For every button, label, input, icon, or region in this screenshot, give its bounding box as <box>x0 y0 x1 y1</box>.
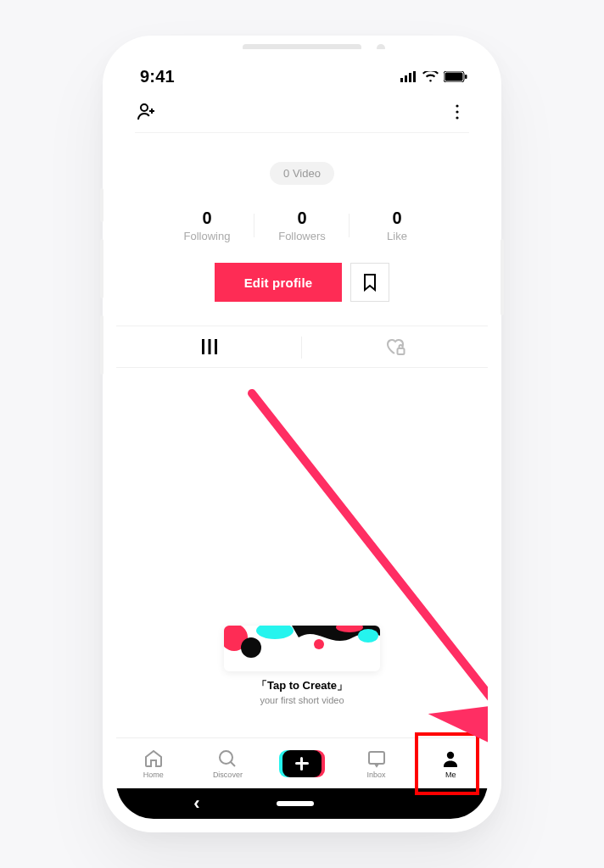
stat-value: 0 <box>350 209 445 228</box>
svg-point-9 <box>456 110 458 113</box>
svg-rect-6 <box>465 75 467 79</box>
status-icons <box>400 71 467 82</box>
nav-label: Home <box>143 771 164 779</box>
phone-side-button <box>501 239 504 315</box>
svg-point-18 <box>314 639 324 649</box>
add-friend-button[interactable] <box>135 100 159 124</box>
profile-tabs <box>116 326 488 368</box>
more-menu-button[interactable] <box>445 100 469 124</box>
stat-value: 0 <box>254 209 350 228</box>
profile-section: 0 Video 0 Following 0 Followers 0 Like <box>116 133 488 302</box>
status-bar: 9:41 <box>116 49 488 92</box>
svg-point-10 <box>456 116 458 119</box>
top-bar <box>116 92 488 132</box>
edit-profile-button[interactable]: Edit profile <box>215 263 342 302</box>
bookmark-icon <box>361 273 378 292</box>
kebab-icon <box>449 103 466 120</box>
phone-side-button <box>100 239 103 298</box>
tab-liked[interactable] <box>302 326 488 367</box>
svg-point-7 <box>141 104 148 111</box>
person-add-icon <box>137 102 157 122</box>
grid-icon <box>201 339 218 354</box>
nav-label: Inbox <box>367 771 386 779</box>
nav-label: Me <box>445 771 456 779</box>
phone-side-button <box>100 188 103 222</box>
home-icon <box>143 748 164 769</box>
svg-rect-14 <box>397 348 404 354</box>
phone-frame: 9:41 <box>103 36 501 832</box>
svg-rect-0 <box>400 78 403 82</box>
nav-me[interactable]: Me <box>413 748 488 779</box>
bookmark-button[interactable] <box>350 263 389 302</box>
android-system-nav <box>116 788 488 819</box>
app-screen: 9:41 <box>116 49 488 819</box>
heart-lock-icon <box>385 337 405 356</box>
stat-value: 0 <box>159 209 254 228</box>
system-home-indicator[interactable] <box>277 801 314 806</box>
svg-point-19 <box>358 629 378 643</box>
stat-label: Followers <box>254 230 350 242</box>
profile-icon <box>440 748 461 769</box>
svg-rect-12 <box>208 339 210 354</box>
svg-rect-22 <box>369 752 384 764</box>
create-card-art <box>224 626 380 671</box>
inbox-icon <box>366 748 387 769</box>
svg-rect-13 <box>215 339 217 354</box>
nav-home[interactable]: Home <box>116 748 191 779</box>
search-icon <box>217 748 238 769</box>
stat-like[interactable]: 0 Like <box>350 209 445 242</box>
tab-feed[interactable] <box>116 326 302 367</box>
svg-rect-1 <box>405 75 407 82</box>
plus-icon <box>282 750 322 777</box>
create-card-title: 「Tap to Create」 <box>224 678 380 693</box>
cellular-icon <box>400 71 417 82</box>
stat-label: Like <box>350 230 445 242</box>
nav-create[interactable] <box>265 750 339 777</box>
stat-following[interactable]: 0 Following <box>159 209 254 242</box>
svg-rect-5 <box>445 72 463 81</box>
svg-point-16 <box>241 637 261 658</box>
system-back-button[interactable] <box>193 793 199 815</box>
svg-rect-3 <box>413 71 416 82</box>
svg-point-8 <box>456 104 458 107</box>
status-time: 9:41 <box>140 67 175 86</box>
nav-inbox[interactable]: Inbox <box>339 748 414 779</box>
svg-rect-11 <box>202 339 204 354</box>
wifi-icon <box>422 71 439 82</box>
phone-side-button <box>100 315 103 375</box>
video-count-badge: 0 Video <box>270 162 334 185</box>
stat-followers[interactable]: 0 Followers <box>254 209 350 242</box>
nav-discover[interactable]: Discover <box>191 748 266 779</box>
svg-point-21 <box>220 751 232 764</box>
tap-to-create-card[interactable]: 「Tap to Create」 your first short video <box>224 626 380 705</box>
stat-label: Following <box>159 230 254 242</box>
create-card-subtitle: your first short video <box>224 695 380 705</box>
svg-point-23 <box>447 751 454 758</box>
bottom-nav: Home Discover Inbox <box>116 737 488 788</box>
nav-label: Discover <box>213 771 243 779</box>
svg-point-17 <box>256 626 294 639</box>
svg-rect-2 <box>409 73 411 82</box>
battery-icon <box>444 71 467 82</box>
